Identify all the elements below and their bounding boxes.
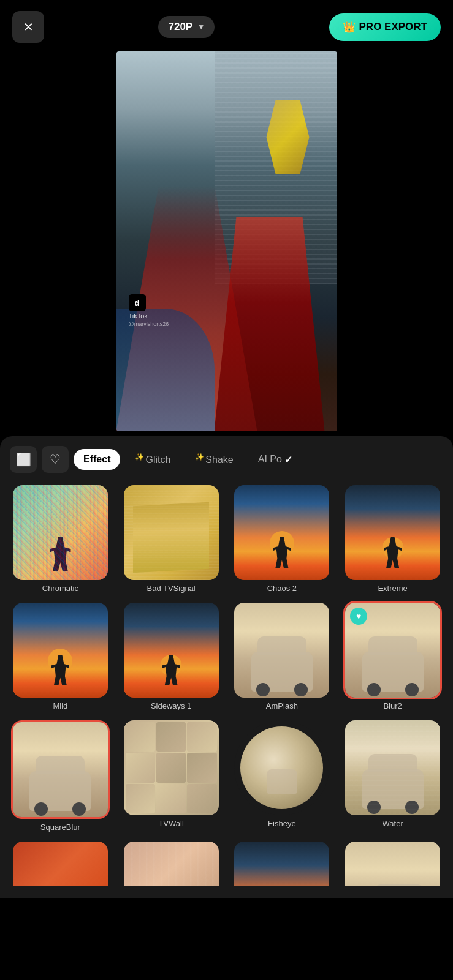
effect-blur2-thumb: ♥ [345,603,440,698]
squareblur-van-wheel-right [72,802,86,816]
effect-amplash-thumb [234,603,329,698]
effect-tvwall-thumb [124,720,219,815]
effect-chaos2-label: Chaos 2 [267,584,297,593]
effect-partial-1-thumb [13,842,108,886]
effect-partial-4[interactable] [337,837,448,886]
blur2-van-wheel-left [367,683,381,696]
effect-partial-4-thumb [345,842,440,886]
spiderman-blue-suit [116,309,215,431]
tab-effect[interactable]: Effect [74,449,120,470]
effect-badtvsignal-thumb [124,485,219,580]
effect-partial-3[interactable] [227,837,338,886]
effect-sideways1-thumb [124,603,219,698]
effect-tvwall-label: TVWall [158,819,183,828]
effects-row-1: Chromatic Bad TVSignal Chaos 2 Extreme [0,480,453,598]
effects-partial-row [0,837,453,886]
effect-water-label: Water [383,819,403,828]
tab-archive[interactable]: ⬜ [10,446,37,473]
effect-extreme[interactable]: Extreme [337,480,448,598]
blur2-van-wheel-right [405,683,419,696]
effect-squareblur-label: SquareBlur [40,823,80,832]
quality-arrow-icon: ▼ [197,23,205,31]
squareblur-van [29,771,91,811]
effect-mild-thumb [13,603,108,698]
tiktok-username: @marvlshorts26 [129,321,169,327]
effects-row-2: Mild Sideways 1 AmPlash ♥ [0,598,453,715]
tab-favorites[interactable]: ♡ [42,446,69,473]
tiktok-logo-icon: d [129,294,146,311]
heart-filled-icon: ♥ [356,611,361,621]
chromatic-overlay [13,485,108,580]
video-preview: d TikTok @marvlshorts26 [116,51,337,431]
checkmark-icon: ✓ [284,454,292,466]
tab-glitch-label: Glitch [145,455,170,466]
chromatic-figure [50,537,71,571]
effect-chromatic-thumb [13,485,108,580]
effect-badtvsignal-label: Bad TVSignal [147,584,195,593]
effect-squareblur[interactable]: SquareBlur [5,715,116,837]
blur2-heart-badge: ♥ [350,608,367,625]
tab-shake[interactable]: ✨Shake [185,448,243,470]
glitch-crown-icon: ✨ [135,453,144,461]
effect-mild-label: Mild [53,701,67,710]
blur2-van [362,652,424,692]
effect-fisheye-label: Fisheye [268,819,296,828]
amplash-van-wheel-right [294,683,308,696]
close-button[interactable]: ✕ [12,11,44,43]
top-bar: ✕ 720P ▼ 👑 PRO EXPORT [0,0,453,49]
amplash-van [251,652,313,692]
effects-row-3: SquareBlur TVWall [0,715,453,837]
effect-tvwall[interactable]: TVWall [116,715,227,837]
squareblur-van-wheel-left [34,802,48,816]
effect-partial-2[interactable] [116,837,227,886]
tab-shake-label: Shake [205,455,233,466]
effect-mild[interactable]: Mild [5,598,116,715]
fisheye-van [267,769,297,794]
effect-squareblur-thumb [13,722,108,817]
effect-amplash[interactable]: AmPlash [227,598,338,715]
effect-partial-3-thumb [234,842,329,886]
amplash-van-wheel-left [256,683,270,696]
category-tabs: ⬜ ♡ Effect ✨Glitch ✨Shake AI Po ✓ [0,436,453,480]
crown-icon: 👑 [343,21,356,34]
effect-partial-1[interactable] [5,837,116,886]
effect-water-thumb [345,720,440,815]
squareblur-selected-border [11,720,110,819]
tab-ai-po-label: AI Po [258,454,282,465]
effect-chaos2[interactable]: Chaos 2 [227,480,338,598]
tab-effect-label: Effect [83,454,110,464]
tab-ai-po[interactable]: AI Po ✓ [248,449,302,470]
quality-selector[interactable]: 720P ▼ [158,16,215,38]
effect-chromatic-label: Chromatic [42,584,78,593]
effect-sideways1-label: Sideways 1 [151,701,191,710]
quality-label: 720P [168,21,192,33]
archive-icon: ⬜ [16,452,31,467]
effect-chaos2-thumb [234,485,329,580]
water-ripple-overlay [345,720,440,815]
effect-sideways1[interactable]: Sideways 1 [116,598,227,715]
heart-icon: ♡ [50,452,61,467]
bottom-panel: ⬜ ♡ Effect ✨Glitch ✨Shake AI Po ✓ Chroma… [0,436,453,898]
effect-fisheye[interactable]: Fisheye [227,715,338,837]
effect-chromatic[interactable]: Chromatic [5,480,116,598]
close-icon: ✕ [23,20,34,34]
fisheye-lens [240,726,323,809]
effect-partial-2-thumb [124,842,219,886]
effect-amplash-label: AmPlash [266,701,298,710]
tiktok-watermark: d TikTok @marvlshorts26 [129,294,169,327]
effect-fisheye-thumb [234,720,329,815]
effect-badtvsignal[interactable]: Bad TVSignal [116,480,227,598]
effect-blur2-label: Blur2 [383,701,402,710]
effect-blur2[interactable]: ♥ Blur2 [337,598,448,715]
tab-glitch[interactable]: ✨Glitch [125,448,180,470]
effect-extreme-thumb [345,485,440,580]
pro-export-button[interactable]: 👑 PRO EXPORT [329,13,441,41]
tiktok-app-name: TikTok [129,312,169,320]
effect-extreme-label: Extreme [378,584,407,593]
effect-water[interactable]: Water [337,715,448,837]
pro-export-label: PRO EXPORT [359,21,427,33]
partial2-motion-lines [124,842,219,886]
shake-crown-icon: ✨ [195,453,204,461]
tvwall-grid [124,720,219,815]
